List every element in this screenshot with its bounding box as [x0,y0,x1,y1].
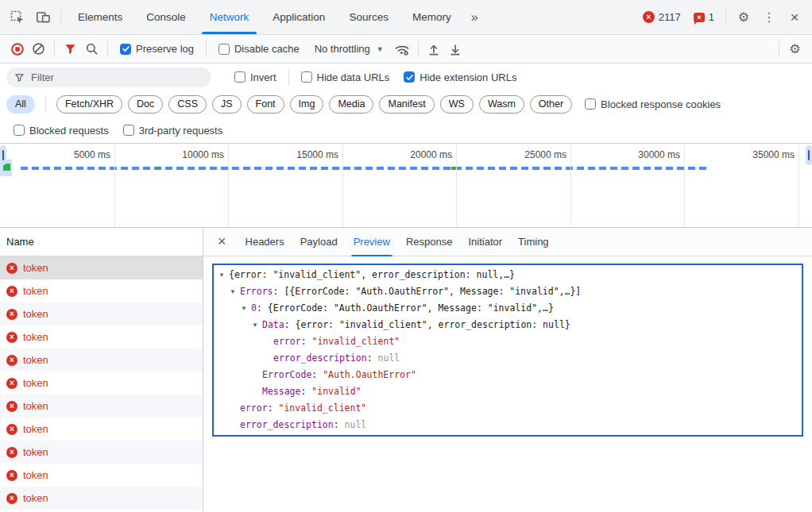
expand-arrow-icon[interactable]: ▼ [252,317,262,333]
preserve-log-checkbox[interactable] [120,44,131,55]
more-tabs-button[interactable]: » [463,10,486,25]
filter-input[interactable] [29,71,184,84]
tab-sources[interactable]: Sources [337,0,400,34]
tree-node[interactable]: error_description: null [215,350,800,367]
network-overview-timeline[interactable]: 5000 ms10000 ms15000 ms20000 ms25000 ms3… [0,143,812,228]
disable-cache-checkbox-group[interactable]: Disable cache [218,43,300,55]
expand-arrow-icon[interactable]: ▼ [218,267,229,283]
inspect-element-icon[interactable] [5,5,30,30]
overview-left-handle[interactable] [0,145,6,165]
request-row[interactable]: ×token [0,325,203,348]
request-row[interactable]: ×token [0,371,203,395]
chip-css[interactable]: CSS [168,95,207,114]
blocked-requests-checkbox[interactable] [14,125,25,136]
separator [206,41,207,57]
close-devtools-icon[interactable]: × [782,5,807,30]
detail-tab-payload[interactable]: Payload [292,228,346,256]
filter-input-pill[interactable] [6,67,211,87]
overview-right-handle[interactable] [806,145,812,165]
detail-tab-initiator[interactable]: Initiator [460,228,510,256]
issue-count-badge[interactable]: × 1 [694,11,714,23]
tree-segment-null: null [345,419,367,430]
tree-node[interactable]: error_description: null [215,417,800,433]
blocked-response-cookies-checkbox-group[interactable]: Blocked response cookies [585,98,721,110]
preserve-log-label[interactable]: Preserve log [136,43,194,55]
expand-arrow-icon[interactable]: ▼ [241,300,251,317]
tree-node[interactable]: error: "invalid_client" [215,333,800,350]
request-row[interactable]: ×token [0,441,203,464]
invert-checkbox-group[interactable]: Invert [234,71,276,83]
hide-data-urls-label[interactable]: Hide data URLs [317,71,390,83]
filter-toggle-icon[interactable] [60,39,81,60]
hide-extension-urls-checkbox[interactable] [404,71,415,83]
chip-all[interactable]: All [6,95,35,114]
tab-memory[interactable]: Memory [400,0,463,34]
error-count-badge[interactable]: × 2117 [643,11,681,23]
request-row[interactable]: ×token [0,256,203,279]
tab-console[interactable]: Console [134,0,198,34]
request-row[interactable]: ×token [0,418,203,441]
request-row[interactable]: ×token [0,464,203,487]
chip-media[interactable]: Media [329,95,373,114]
tree-node[interactable]: error: "invalid_client" [215,400,800,417]
request-row[interactable]: ×token [0,279,203,302]
chip-ws[interactable]: WS [440,95,474,114]
blocked-requests-label[interactable]: Blocked requests [29,125,109,137]
name-column-header[interactable]: Name [0,228,203,256]
chip-js[interactable]: JS [212,95,242,114]
kebab-menu-icon[interactable]: ⋮ [756,5,782,30]
detail-tab-timing[interactable]: Timing [510,228,557,256]
request-row[interactable]: ×token [0,395,203,418]
preserve-log-checkbox-group[interactable]: Preserve log [120,43,194,55]
export-har-icon[interactable] [445,39,466,60]
tree-node[interactable]: ▼Errors: [{ErrorCode: "Auth.OauthError",… [215,283,800,300]
tree-node[interactable]: ▼0: {ErrorCode: "Auth.OauthError", Messa… [215,300,800,317]
disable-cache-label[interactable]: Disable cache [234,43,300,55]
disable-cache-checkbox[interactable] [218,44,230,55]
chip-font[interactable]: Font [247,95,284,114]
detail-tab-response[interactable]: Response [398,228,461,256]
import-har-icon[interactable] [423,39,445,60]
hide-extension-urls-checkbox-group[interactable]: Hide extension URLs [404,71,516,83]
expand-arrow-icon[interactable]: ▼ [230,283,240,300]
tab-network[interactable]: Network [198,0,261,34]
tab-elements[interactable]: Elements [66,0,134,34]
third-party-requests-label[interactable]: 3rd-party requests [139,125,223,137]
settings-gear-icon[interactable]: ⚙ [731,5,756,30]
chip-other[interactable]: Other [530,95,572,114]
search-icon[interactable] [81,39,102,60]
third-party-requests-checkbox-group[interactable]: 3rd-party requests [123,125,223,137]
hide-extension-urls-label[interactable]: Hide extension URLs [420,71,516,83]
device-toolbar-icon[interactable] [30,5,56,30]
invert-checkbox[interactable] [234,71,246,83]
chip-wasm[interactable]: Wasm [479,95,524,114]
chip-doc[interactable]: Doc [128,95,163,114]
network-settings-gear-icon[interactable]: ⚙ [784,39,806,60]
chip-img[interactable]: Img [290,95,324,114]
tree-node[interactable]: ErrorCode: "Auth.OauthError" [215,367,800,383]
detail-tab-headers[interactable]: Headers [238,228,292,256]
chip-manifest[interactable]: Manifest [379,95,434,114]
hide-data-urls-checkbox[interactable] [301,71,312,83]
blocked-response-cookies-checkbox[interactable] [585,98,596,110]
blocked-requests-checkbox-group[interactable]: Blocked requests [14,125,109,137]
request-row[interactable]: ×token [0,348,203,371]
tree-node[interactable]: Message: "invalid" [215,383,800,400]
tree-node[interactable]: ▼{error: "invalid_client", error_descrip… [215,267,800,283]
record-network-log-icon[interactable] [6,39,28,60]
close-detail-icon[interactable]: × [205,233,238,250]
network-conditions-icon[interactable] [392,39,413,60]
clear-network-log-icon[interactable] [28,39,49,60]
throttling-select[interactable]: No throttling ▼ [315,43,384,55]
tree-node[interactable]: ▼Data: {error: "invalid_client", error_d… [215,317,800,333]
detail-tab-preview[interactable]: Preview [346,228,398,256]
request-row[interactable]: ×token [0,302,203,325]
chip-fetch-xhr[interactable]: Fetch/XHR [56,95,122,114]
third-party-requests-checkbox[interactable] [123,125,134,136]
request-row[interactable]: ×token [0,487,203,510]
issue-icon: × [694,13,705,22]
blocked-response-cookies-label[interactable]: Blocked response cookies [601,98,721,110]
tab-application[interactable]: Application [261,0,337,34]
invert-label[interactable]: Invert [250,71,276,83]
hide-data-urls-checkbox-group[interactable]: Hide data URLs [301,71,390,83]
